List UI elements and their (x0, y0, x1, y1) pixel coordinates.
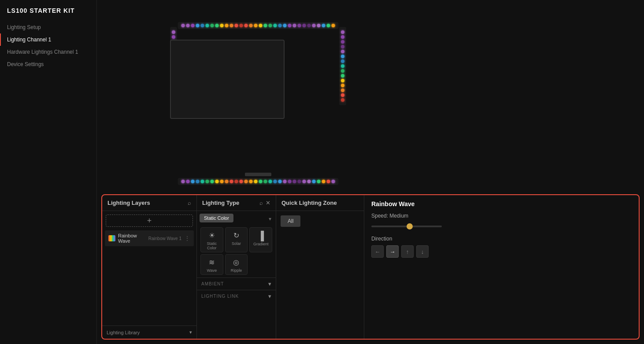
led-dot (220, 180, 224, 183)
led-dot (312, 24, 316, 27)
led-dot (215, 24, 219, 27)
direction-buttons: ← → ↑ ↓ (371, 245, 632, 258)
search-icon-type[interactable]: ⌕ (259, 200, 263, 206)
nav-lighting-channel[interactable]: Lighting Channel 1 (0, 33, 96, 46)
led-dot (269, 180, 272, 183)
led-dot (186, 180, 190, 183)
led-dot (341, 79, 344, 82)
add-layer-button[interactable]: + (106, 215, 193, 227)
led-dot (186, 24, 190, 27)
monitor-area (166, 22, 351, 172)
led-dot (278, 180, 282, 183)
rainbow-wave-panel: Rainbow Wave Speed: Medium Direction ← →… (364, 195, 639, 339)
led-dot (322, 24, 326, 27)
bottom-panel: Lighting Layers ⌕ + Rainbow Wave Rainbow… (101, 194, 640, 340)
direction-up-button[interactable]: ↑ (401, 245, 414, 258)
led-dot (332, 180, 335, 183)
layer-color-bar (108, 235, 115, 241)
led-dot (283, 24, 287, 27)
lighting-layers-panel: Lighting Layers ⌕ + Rainbow Wave Rainbow… (102, 195, 197, 339)
lighting-library-chevron: ▾ (189, 329, 192, 335)
nav-lighting-setup[interactable]: Lighting Setup (0, 21, 96, 33)
led-dot (254, 24, 258, 27)
led-dot (341, 40, 344, 44)
direction-left-button[interactable]: ← (371, 245, 384, 258)
layer-more-icon[interactable]: ⋮ (184, 235, 190, 242)
lighting-link-row[interactable]: LIGHTING LINK ▾ (197, 290, 276, 302)
led-dot (264, 180, 267, 183)
lighting-library-label: Lighting Library (107, 330, 140, 335)
led-dot (191, 24, 195, 27)
lighting-link-chevron: ▾ (268, 293, 271, 300)
effect-ripple[interactable]: ◎ Ripple (225, 254, 248, 275)
led-dot (298, 180, 301, 183)
led-dot (322, 180, 326, 183)
led-dot (303, 24, 306, 27)
led-dot (211, 180, 214, 183)
ambient-chevron: ▾ (268, 281, 271, 287)
led-dot (181, 24, 185, 27)
rainbow-wave-title: Rainbow Wave (371, 200, 632, 207)
quick-zone-title: Quick Lighting Zone (281, 200, 337, 206)
led-dot (244, 180, 248, 183)
effect-static-color[interactable]: ☀ Static Color (200, 227, 223, 252)
lighting-type-title: Lighting Type (202, 200, 239, 206)
effect-wave[interactable]: ≋ Wave (200, 254, 223, 275)
led-dot (181, 180, 185, 183)
layer-item[interactable]: Rainbow Wave Rainbow Wave 1 ⋮ (105, 230, 194, 246)
nav-device-settings[interactable]: Device Settings (0, 58, 96, 70)
led-dot (249, 24, 253, 27)
led-dot (235, 180, 238, 183)
effect-solar[interactable]: ↻ Solar (225, 227, 248, 252)
presets-scroll[interactable]: ▾ (269, 216, 271, 222)
led-strip-right (339, 27, 346, 105)
lighting-type-header: Lighting Type ⌕ ✕ (197, 195, 276, 211)
ambient-label: AMBIENT (201, 281, 224, 286)
speed-slider-container (371, 222, 632, 229)
lighting-library-footer[interactable]: Lighting Library ▾ (102, 326, 196, 339)
led-dot (317, 180, 321, 183)
led-dot (298, 24, 301, 27)
gradient-icon: ▐ (258, 231, 264, 240)
lighting-type-panel: Lighting Type ⌕ ✕ Static Color PRESETS ▾… (197, 195, 276, 339)
effect-grid: ☀ Static Color ↻ Solar ▐ Gradient ≋ Wave… (197, 225, 276, 277)
led-dot (196, 24, 200, 27)
led-dot (264, 24, 267, 27)
led-dot (307, 24, 311, 27)
direction-right-button[interactable]: → (386, 245, 399, 258)
led-dot (341, 74, 344, 78)
close-icon-type[interactable]: ✕ (266, 200, 270, 206)
ripple-label: Ripple (231, 268, 242, 273)
led-dot (172, 30, 175, 34)
led-dot (341, 30, 344, 34)
search-icon[interactable]: ⌕ (188, 200, 191, 206)
static-color-icon: ☀ (209, 231, 215, 240)
nav-hardware-lightings[interactable]: Hardware Lightings Channel 1 (0, 46, 96, 58)
led-dot (303, 180, 306, 183)
led-dot (312, 180, 316, 183)
solar-icon: ↻ (233, 231, 239, 240)
main-content: Lighting Layers ⌕ + Rainbow Wave Rainbow… (97, 0, 644, 344)
led-dot (341, 45, 344, 48)
all-zone-button[interactable]: All (281, 215, 300, 227)
lighting-layers-title: Lighting Layers (107, 200, 150, 206)
static-color-tooltip: Static Color (200, 214, 233, 222)
led-dot (254, 180, 258, 183)
led-dot (341, 69, 344, 73)
led-dot (201, 24, 204, 27)
effect-gradient[interactable]: ▐ Gradient (249, 227, 272, 252)
led-dot (293, 180, 296, 183)
speed-label: Speed: Medium (371, 213, 632, 219)
led-dot (288, 180, 292, 183)
led-dot (230, 180, 233, 183)
direction-down-button[interactable]: ↓ (416, 245, 429, 258)
led-dot (206, 24, 209, 27)
quick-lighting-zone-panel: Quick Lighting Zone All (276, 195, 364, 339)
ambient-row[interactable]: AMBIENT ▾ (197, 277, 276, 290)
led-dot (201, 180, 204, 183)
led-dot (269, 24, 272, 27)
led-dot (288, 24, 292, 27)
layer-sub: Rainbow Wave 1 (148, 236, 181, 241)
led-dot (240, 24, 243, 27)
speed-slider[interactable] (371, 226, 442, 227)
